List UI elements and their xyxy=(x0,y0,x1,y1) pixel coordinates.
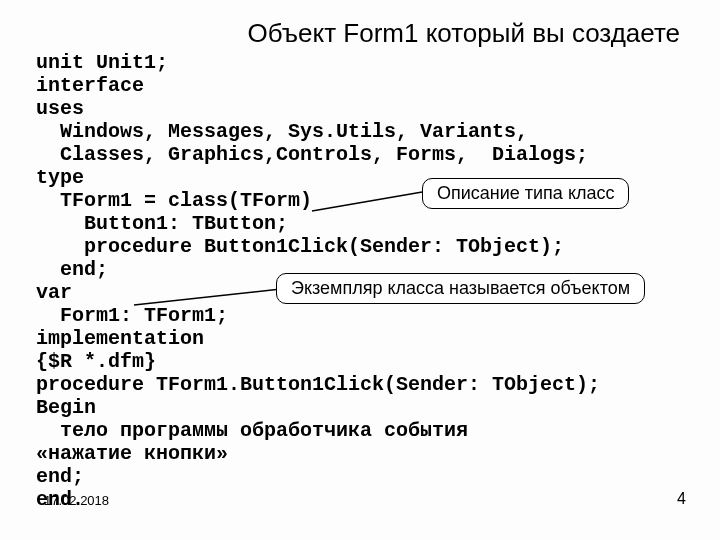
callout-instance-object: Экземпляр класса называется объектом xyxy=(276,273,645,304)
footer-date: 17.02.2018 xyxy=(44,493,109,508)
slide-title: Объект Form1 который вы создаете xyxy=(36,18,680,49)
footer-page-number: 4 xyxy=(677,490,686,508)
callout-type-class: Описание типа класс xyxy=(422,178,629,209)
